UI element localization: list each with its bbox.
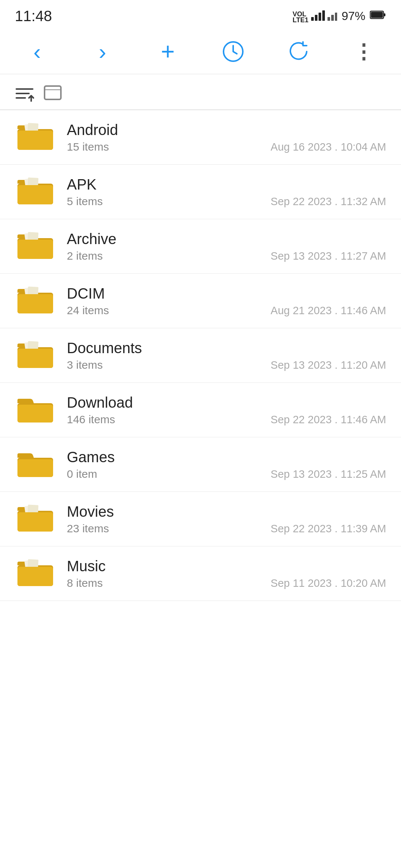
folder-icon	[15, 339, 56, 372]
svg-rect-5	[322, 10, 325, 21]
file-item-count: 2 items	[67, 250, 263, 262]
svg-rect-36	[27, 341, 38, 349]
view-toggle-button[interactable]	[43, 83, 62, 103]
file-date: Aug 21 2023 . 11:46 AM	[263, 305, 386, 318]
file-name: Games	[67, 449, 263, 466]
folder-icon	[15, 284, 56, 318]
svg-rect-16	[45, 86, 61, 99]
folder-icon	[15, 448, 56, 481]
svg-rect-32	[27, 286, 38, 295]
svg-rect-3	[315, 15, 317, 21]
svg-rect-29	[17, 240, 53, 259]
file-info: APK 5 items	[56, 176, 263, 208]
file-name: Android	[67, 122, 263, 138]
list-item[interactable]: Archive 2 items Sep 13 2023 . 11:27 AM	[0, 219, 401, 274]
file-item-count: 24 items	[67, 304, 263, 317]
file-date: Sep 13 2023 . 11:27 AM	[263, 250, 386, 263]
status-icons: VOL LTE1 97%	[293, 7, 386, 26]
svg-rect-24	[27, 177, 38, 186]
battery-percent: 97%	[342, 9, 365, 23]
svg-rect-6	[327, 17, 330, 21]
file-name: Movies	[67, 503, 263, 520]
status-time: 11:48	[15, 8, 52, 24]
refresh-button[interactable]	[284, 37, 313, 66]
sort-bar	[0, 74, 401, 110]
svg-rect-33	[17, 294, 53, 313]
file-info: Music 8 items	[56, 558, 263, 589]
svg-rect-45	[17, 512, 53, 532]
more-button[interactable]: ⋮	[349, 37, 379, 66]
file-info: DCIM 24 items	[56, 285, 263, 317]
svg-rect-37	[17, 349, 53, 368]
forward-button[interactable]: ›	[88, 37, 117, 66]
list-item[interactable]: Documents 3 items Sep 13 2023 . 11:20 AM	[0, 328, 401, 383]
list-item[interactable]: Movies 23 items Sep 22 2023 . 11:39 AM	[0, 492, 401, 546]
file-item-count: 0 item	[67, 468, 263, 480]
file-item-count: 3 items	[67, 359, 263, 371]
file-name: Archive	[67, 231, 263, 247]
file-item-count: 146 items	[67, 413, 263, 426]
svg-rect-11	[371, 12, 383, 18]
file-name: Download	[67, 394, 263, 411]
svg-rect-10	[384, 13, 385, 16]
svg-rect-7	[331, 15, 334, 21]
folder-icon	[15, 230, 56, 263]
file-date: Sep 22 2023 . 11:32 AM	[263, 195, 386, 208]
svg-rect-2	[311, 17, 314, 21]
toolbar: ‹ › + ⋮	[0, 29, 401, 74]
file-date: Sep 13 2023 . 11:25 AM	[263, 468, 386, 481]
file-info: Movies 23 items	[56, 503, 263, 535]
file-name: Music	[67, 558, 263, 575]
svg-rect-20	[27, 123, 38, 131]
svg-rect-8	[335, 13, 337, 21]
list-item[interactable]: Music 8 items Sep 11 2023 . 10:20 AM	[0, 546, 401, 601]
list-item[interactable]: Download 146 items Sep 22 2023 . 11:46 A…	[0, 383, 401, 437]
back-button[interactable]: ‹	[22, 37, 52, 66]
svg-rect-28	[27, 232, 38, 240]
svg-rect-44	[27, 504, 38, 513]
file-name: APK	[67, 176, 263, 193]
add-button[interactable]: +	[153, 37, 183, 66]
list-item[interactable]: Games 0 item Sep 13 2023 . 11:25 AM	[0, 437, 401, 492]
file-item-count: 8 items	[67, 577, 263, 589]
battery-icon	[370, 9, 386, 23]
file-name: DCIM	[67, 285, 263, 302]
svg-rect-4	[319, 13, 321, 21]
svg-rect-25	[17, 185, 53, 204]
file-info: Documents 3 items	[56, 340, 263, 371]
folder-icon	[15, 121, 56, 154]
file-date: Sep 22 2023 . 11:39 AM	[263, 523, 386, 536]
file-item-count: 23 items	[67, 522, 263, 535]
history-button[interactable]	[218, 37, 248, 66]
svg-rect-41	[17, 459, 53, 477]
svg-rect-49	[17, 567, 53, 586]
svg-rect-48	[27, 559, 38, 568]
svg-rect-21	[17, 131, 53, 150]
file-date: Sep 13 2023 . 11:20 AM	[263, 359, 386, 372]
sort-button[interactable]	[15, 85, 34, 102]
file-item-count: 5 items	[67, 195, 263, 208]
file-date: Aug 16 2023 . 10:04 AM	[263, 141, 386, 154]
network-icon: VOL LTE1	[293, 7, 337, 26]
file-item-count: 15 items	[67, 141, 263, 153]
file-list: Android 15 items Aug 16 2023 . 10:04 AM …	[0, 110, 401, 601]
list-item[interactable]: Android 15 items Aug 16 2023 . 10:04 AM	[0, 110, 401, 165]
file-info: Games 0 item	[56, 449, 263, 480]
file-info: Download 146 items	[56, 394, 263, 426]
file-info: Android 15 items	[56, 122, 263, 153]
folder-icon	[15, 502, 56, 536]
svg-rect-39	[17, 405, 53, 423]
folder-icon	[15, 557, 56, 590]
file-date: Sep 11 2023 . 10:20 AM	[263, 577, 386, 590]
folder-icon	[15, 175, 56, 208]
file-date: Sep 22 2023 . 11:46 AM	[263, 414, 386, 427]
status-bar: 11:48 VOL LTE1 97%	[0, 0, 401, 29]
list-item[interactable]: APK 5 items Sep 22 2023 . 11:32 AM	[0, 165, 401, 219]
file-name: Documents	[67, 340, 263, 356]
svg-text:LTE1: LTE1	[293, 16, 309, 23]
list-item[interactable]: DCIM 24 items Aug 21 2023 . 11:46 AM	[0, 274, 401, 328]
file-info: Archive 2 items	[56, 231, 263, 262]
folder-icon	[15, 393, 56, 427]
